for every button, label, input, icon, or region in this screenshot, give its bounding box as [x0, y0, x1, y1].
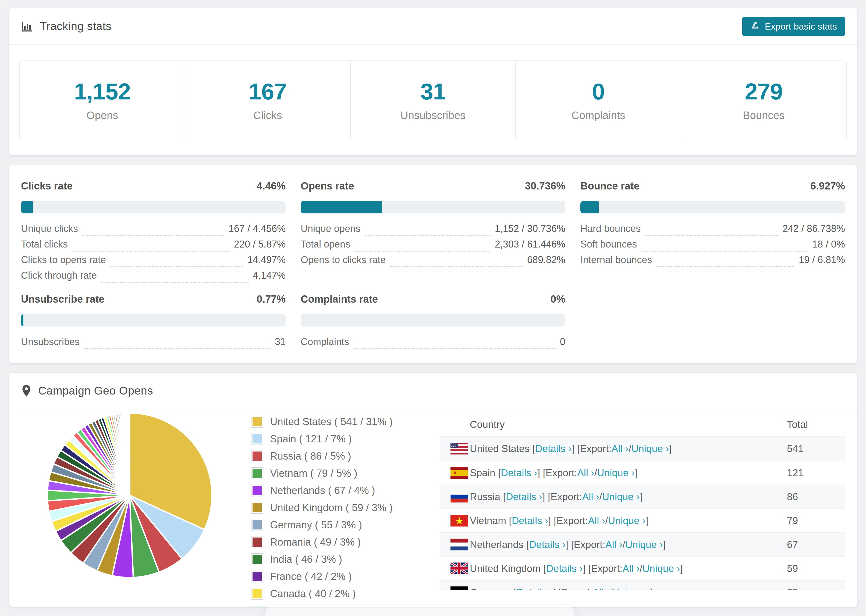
details-link[interactable]: Details › — [501, 467, 537, 479]
export-unique-link[interactable]: Unique › — [642, 563, 680, 574]
geo-table-header: Country Total — [440, 413, 845, 437]
clicks-rate-bar — [21, 201, 286, 214]
legend-item: Russia ( 86 / 5% ) — [251, 448, 393, 465]
nl-flag-icon — [450, 539, 468, 550]
stat-row: Clicks to opens rate14.497% — [21, 254, 286, 270]
details-link[interactable]: Details › — [529, 539, 565, 550]
geo-pie-chart — [44, 409, 216, 581]
legend-item: United Kingdom ( 59 / 3% ) — [251, 499, 393, 516]
bounces-label: Bounces — [681, 109, 846, 121]
export-button-label: Export basic stats — [765, 21, 837, 32]
clicks-rate-block: Clicks rate 4.46% Unique clicks167 / 4.4… — [21, 180, 286, 285]
total-cell: 79 — [787, 509, 798, 533]
details-link[interactable]: Details › — [535, 443, 572, 454]
legend-label: Vietnam ( 79 / 5% ) — [270, 468, 357, 479]
complaints-rate-block: Complaints rate 0% Complaints0 — [301, 294, 565, 352]
geo-body: United States ( 541 / 31% )Spain ( 121 /… — [9, 409, 857, 604]
country-cell: Spain [Details ›] [Export: All › / Uniqu… — [470, 461, 638, 485]
export-icon — [750, 20, 760, 32]
tracking-stats-title-text: Tracking stats — [40, 20, 112, 33]
stat-row: Opens to clicks rate689.82% — [301, 254, 565, 270]
country-cell: Netherlands [Details ›] [Export: All › /… — [470, 533, 666, 556]
bounce-rate-value: 6.927% — [810, 180, 845, 192]
legend-item: France ( 42 / 2% ) — [251, 568, 393, 585]
stat-complaints: 0 Complaints — [516, 61, 681, 139]
de-flag-icon — [450, 586, 468, 590]
export-all-link[interactable]: All › — [605, 539, 623, 550]
stat-bounces: 279 Bounces — [681, 61, 846, 139]
complaints-label: Complaints — [516, 109, 681, 121]
unsubscribe-rate-bar — [21, 314, 286, 327]
us-flag-icon — [450, 443, 468, 454]
stat-row: Total clicks220 / 5.87% — [21, 239, 286, 254]
export-all-link[interactable]: All › — [577, 467, 594, 479]
legend-label: Romania ( 49 / 3% ) — [270, 536, 361, 548]
total-cell: 59 — [787, 556, 798, 580]
legend-swatch — [251, 416, 263, 427]
complaints-value: 0 — [516, 80, 681, 103]
legend-item: Germany ( 55 / 3% ) — [251, 516, 393, 533]
legend-item: Canada ( 40 / 2% ) — [251, 585, 393, 602]
details-link[interactable]: Details › — [512, 515, 548, 526]
partial-bottom-element — [265, 606, 575, 616]
unsubscribes-value: 31 — [351, 80, 516, 103]
export-unique-link[interactable]: Unique › — [602, 491, 639, 503]
geo-table-row: Vietnam [Details ›] [Export: All › / Uni… — [440, 509, 845, 533]
legend-item: Vietnam ( 79 / 5% ) — [251, 465, 393, 482]
legend-item: Netherlands ( 67 / 4% ) — [251, 482, 393, 499]
geo-table-row: United Kingdom [Details ›] [Export: All … — [440, 556, 845, 580]
opens-value: 1,152 — [20, 80, 185, 103]
legend-swatch — [251, 536, 263, 548]
export-unique-link[interactable]: Unique › — [608, 515, 646, 526]
details-link[interactable]: Details › — [546, 563, 583, 574]
geo-table-row: Spain [Details ›] [Export: All › / Uniqu… — [440, 460, 845, 485]
bounce-rate-bar — [580, 201, 845, 214]
tracking-stats-card: Tracking stats Export basic stats 1,152 … — [9, 8, 857, 156]
legend-swatch — [251, 570, 263, 582]
bounce-rate-block: Bounce rate 6.927% Hard bounces242 / 86.… — [580, 180, 845, 270]
export-all-link[interactable]: All › — [592, 587, 610, 590]
geo-opens-card: Campaign Geo Opens United States ( 541 /… — [9, 372, 857, 607]
export-unique-link[interactable]: Unique › — [597, 467, 635, 479]
export-unique-link[interactable]: Unique › — [612, 587, 650, 590]
export-all-link[interactable]: All › — [611, 443, 628, 454]
stat-row: Total opens2,303 / 61.446% — [301, 239, 565, 254]
export-all-link[interactable]: All › — [588, 515, 605, 526]
unsubscribe-rate-title: Unsubscribe rate — [21, 294, 104, 305]
vn-flag-icon — [450, 515, 468, 526]
export-all-link[interactable]: All › — [582, 491, 599, 503]
total-cell: 55 — [787, 580, 798, 590]
clicks-rate-title: Clicks rate — [21, 180, 72, 192]
clicks-rate-value: 4.46% — [257, 180, 286, 192]
export-unique-link[interactable]: Unique › — [631, 443, 669, 454]
stat-opens: 1,152 Opens — [20, 61, 185, 139]
export-unique-link[interactable]: Unique › — [625, 539, 663, 550]
bounce-rate-title: Bounce rate — [580, 180, 639, 192]
stat-unsubscribes: 31 Unsubscribes — [351, 61, 516, 139]
tracking-stats-header: Tracking stats Export basic stats — [9, 8, 857, 45]
total-cell: 541 — [787, 437, 804, 460]
complaints-rate-value: 0% — [551, 294, 565, 305]
legend-swatch — [251, 450, 263, 462]
legend-label: Spain ( 121 / 7% ) — [270, 433, 352, 445]
details-link[interactable]: Details › — [506, 491, 542, 503]
country-cell: Germany [Details ›] [Export: All › / Uni… — [470, 580, 653, 590]
export-all-link[interactable]: All › — [623, 563, 640, 574]
geo-opens-header: Campaign Geo Opens — [9, 373, 857, 409]
legend-label: France ( 42 / 2% ) — [270, 571, 352, 582]
export-basic-stats-button[interactable]: Export basic stats — [742, 17, 845, 36]
geo-table-row: Germany [Details ›] [Export: All › / Uni… — [440, 580, 845, 590]
legend-swatch — [251, 433, 263, 445]
opens-rate-block: Opens rate 30.736% Unique opens1,152 / 3… — [301, 180, 565, 270]
map-pin-icon — [21, 384, 32, 397]
stat-row: Complaints0 — [301, 336, 565, 352]
country-cell: United Kingdom [Details ›] [Export: All … — [470, 556, 683, 580]
legend-swatch — [251, 502, 263, 514]
details-link[interactable]: Details › — [516, 587, 553, 590]
stat-clicks: 167 Clicks — [185, 61, 351, 139]
bar-chart-icon — [21, 20, 33, 33]
geo-opens-title-text: Campaign Geo Opens — [38, 384, 153, 397]
legend-swatch — [251, 553, 263, 565]
legend-label: India ( 46 / 3% ) — [270, 554, 342, 565]
stat-row: Click through rate4.147% — [21, 270, 286, 285]
